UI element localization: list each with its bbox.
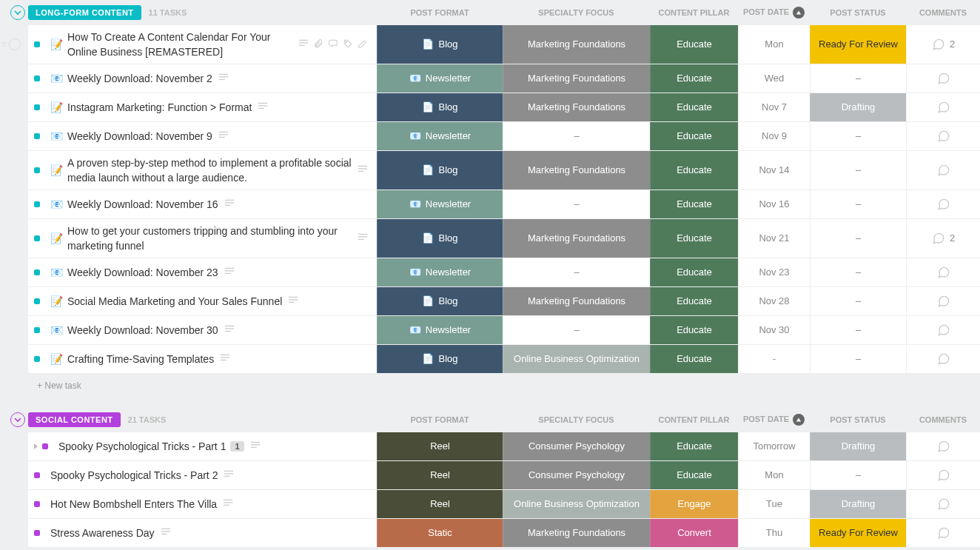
cell-post-status[interactable]: Drafting	[810, 93, 906, 121]
col-head-comments[interactable]: COMMENTS	[906, 415, 980, 424]
cell-post-format[interactable]: 📄Blog	[377, 345, 503, 373]
cell-content-pillar[interactable]: Educate	[650, 122, 738, 150]
cell-content-pillar[interactable]: Educate	[650, 25, 738, 64]
col-head-date[interactable]: POST DATE	[738, 414, 810, 426]
task-title[interactable]: Stress Awareness Day	[50, 526, 155, 540]
cell-comments[interactable]	[906, 122, 980, 150]
cell-specialty-focus[interactable]: Consumer Psychology	[503, 461, 650, 489]
task-row[interactable]: Spooky Psychological Tricks - Part 2Reel…	[28, 460, 980, 489]
cell-post-status[interactable]: –	[810, 316, 906, 344]
task-title[interactable]: A proven step-by-step method to implemen…	[67, 155, 352, 185]
cell-post-date[interactable]: Nov 30	[738, 316, 810, 344]
cell-comments[interactable]	[906, 190, 980, 218]
sort-indicator-icon[interactable]	[793, 7, 805, 19]
col-head-pillar[interactable]: CONTENT PILLAR	[650, 8, 738, 17]
expand-subtasks-icon[interactable]	[34, 443, 38, 449]
cell-specialty-focus[interactable]: –	[503, 316, 650, 344]
cell-post-format[interactable]: 📄Blog	[377, 219, 503, 258]
cell-post-format[interactable]: 📧Newsletter	[377, 64, 503, 93]
cell-post-format[interactable]: 📄Blog	[377, 287, 503, 315]
task-row[interactable]: 📝How to get your customers tripping and …	[28, 218, 980, 258]
cell-post-date[interactable]: Nov 23	[738, 258, 810, 286]
description-icon[interactable]	[288, 295, 298, 308]
cell-comments[interactable]	[906, 93, 980, 121]
task-title[interactable]: Weekly Download: November 30	[67, 323, 218, 338]
group-label[interactable]: LONG-FORM CONTENT	[28, 5, 141, 20]
cell-post-format[interactable]: 📧Newsletter	[377, 258, 503, 286]
cell-comments[interactable]	[906, 258, 980, 286]
cell-comments[interactable]	[906, 287, 980, 315]
cell-comments[interactable]: 2	[906, 219, 980, 258]
col-head-pillar[interactable]: CONTENT PILLAR	[650, 415, 738, 424]
cell-post-date[interactable]: Nov 9	[738, 122, 810, 150]
cell-content-pillar[interactable]: Engage	[650, 490, 738, 518]
cell-post-status[interactable]: –	[810, 287, 906, 315]
cell-post-status[interactable]: –	[810, 219, 906, 258]
task-row[interactable]: 📝Crafting Time-Saving Templates📄BlogOnli…	[28, 344, 980, 373]
cell-content-pillar[interactable]: Educate	[650, 345, 738, 373]
subtask-count-badge[interactable]: 1	[230, 441, 244, 452]
cell-post-status[interactable]: Drafting	[810, 432, 906, 460]
task-row[interactable]: 📧Weekly Download: November 30📧Newsletter…	[28, 315, 980, 344]
cell-post-date[interactable]: Nov 28	[738, 287, 810, 315]
cell-post-format[interactable]: Reel	[377, 461, 503, 489]
cell-post-status[interactable]: Ready For Review	[810, 25, 906, 64]
col-head-status[interactable]: POST STATUS	[810, 8, 906, 17]
col-head-comments[interactable]: COMMENTS	[906, 8, 980, 17]
cell-post-format[interactable]: 📧Newsletter	[377, 316, 503, 344]
task-row[interactable]: Stress Awareness DayStaticMarketing Foun…	[28, 518, 980, 547]
task-title[interactable]: Spooky Psychological Tricks - Part 1	[58, 439, 226, 454]
cell-specialty-focus[interactable]: Marketing Foundations	[503, 219, 650, 258]
cell-post-date[interactable]: Nov 7	[738, 93, 810, 121]
collapse-group-button[interactable]	[10, 5, 25, 20]
cell-content-pillar[interactable]: Educate	[650, 93, 738, 121]
cell-specialty-focus[interactable]: Marketing Foundations	[503, 287, 650, 315]
description-icon[interactable]	[258, 101, 268, 114]
description-icon[interactable]	[224, 324, 235, 337]
cell-post-date[interactable]: Thu	[738, 519, 810, 547]
task-title[interactable]: Weekly Download: November 23	[67, 265, 218, 280]
task-row[interactable]: Spooky Psychological Tricks - Part 11Ree…	[28, 432, 980, 460]
cell-specialty-focus[interactable]: –	[503, 122, 650, 150]
cell-comments[interactable]	[906, 316, 980, 344]
task-row[interactable]: ⠿📝How To Create A Content Calendar For Y…	[28, 25, 980, 64]
col-head-focus[interactable]: SPECIALTY FOCUS	[503, 8, 650, 17]
cell-post-date[interactable]: Tue	[738, 490, 810, 518]
cell-post-date[interactable]: Tomorrow	[738, 432, 810, 460]
task-title[interactable]: Instagram Marketing: Function > Format	[67, 100, 252, 115]
task-row[interactable]: 📧Weekly Download: November 9📧Newsletter–…	[28, 121, 980, 150]
cell-comments[interactable]	[906, 461, 980, 489]
cell-post-format[interactable]: 📄Blog	[377, 25, 503, 64]
description-icon[interactable]	[224, 266, 235, 279]
cell-post-date[interactable]: Nov 21	[738, 219, 810, 258]
task-title[interactable]: Weekly Download: November 16	[67, 197, 218, 212]
task-row[interactable]: 📧Weekly Download: November 23📧Newsletter…	[28, 258, 980, 286]
cell-content-pillar[interactable]: Educate	[650, 432, 738, 460]
cell-content-pillar[interactable]: Convert	[650, 519, 738, 547]
cell-content-pillar[interactable]: Educate	[650, 461, 738, 489]
cell-post-date[interactable]: -	[738, 345, 810, 373]
cell-comments[interactable]	[906, 432, 980, 460]
cell-content-pillar[interactable]: Educate	[650, 64, 738, 93]
task-row[interactable]: 📧Weekly Download: November 16📧Newsletter…	[28, 190, 980, 218]
cell-comments[interactable]	[906, 345, 980, 373]
description-icon[interactable]	[161, 527, 171, 540]
cell-specialty-focus[interactable]: Consumer Psychology	[503, 432, 650, 460]
description-icon[interactable]	[224, 198, 235, 211]
task-title[interactable]: Weekly Download: November 2	[67, 71, 212, 86]
cell-specialty-focus[interactable]: Online Business Optimization	[503, 490, 650, 518]
drag-handle[interactable]: ⠿	[1, 38, 21, 50]
new-task-button[interactable]: + New task	[0, 373, 980, 391]
cell-post-status[interactable]: –	[810, 461, 906, 489]
cell-comments[interactable]: 2	[906, 25, 980, 64]
description-icon[interactable]	[218, 130, 229, 143]
chat-icon[interactable]	[328, 38, 338, 51]
cell-specialty-focus[interactable]: Marketing Foundations	[503, 25, 650, 64]
col-head-status[interactable]: POST STATUS	[810, 415, 906, 424]
cell-content-pillar[interactable]: Educate	[650, 219, 738, 258]
cell-comments[interactable]	[906, 490, 980, 518]
cell-post-format[interactable]: Reel	[377, 432, 503, 460]
cell-post-date[interactable]: Mon	[738, 25, 810, 64]
cell-post-date[interactable]: Nov 14	[738, 151, 810, 190]
cell-post-format[interactable]: 📄Blog	[377, 151, 503, 190]
